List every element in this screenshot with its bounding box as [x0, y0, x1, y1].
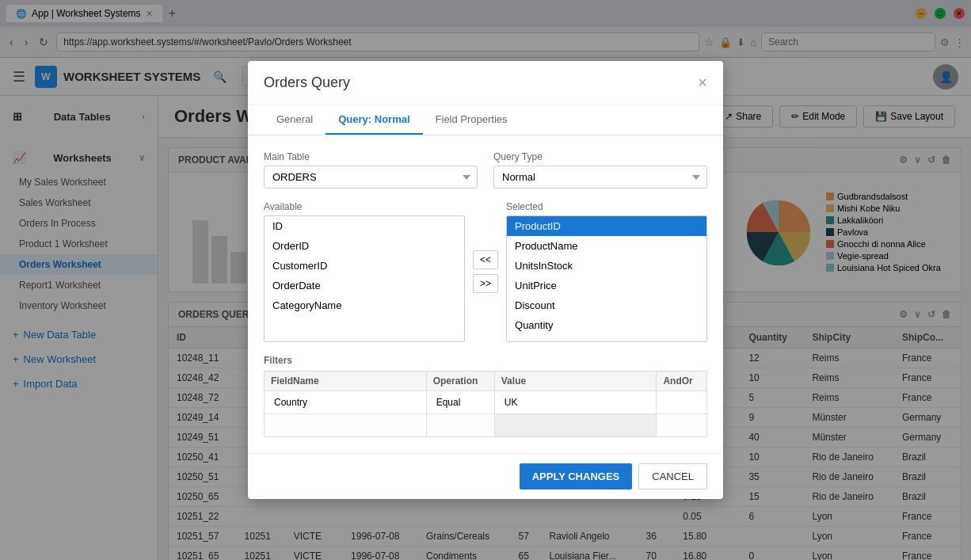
filter-fieldname-input[interactable] — [269, 394, 421, 410]
filters-label: Filters — [264, 355, 707, 366]
selected-field-item[interactable]: Quantity — [507, 315, 706, 335]
main-table-group: Main Table ORDERS — [264, 151, 478, 189]
apply-changes-button[interactable]: APPLY CHANGES — [520, 463, 633, 490]
cancel-button[interactable]: CANCEL — [638, 463, 707, 490]
query-type-select[interactable]: Normal — [493, 166, 707, 189]
filter-col-andor: AndOr — [657, 371, 707, 391]
main-table-select[interactable]: ORDERS — [264, 166, 478, 189]
selected-field-item[interactable]: Discount — [507, 295, 706, 315]
available-columns-box: Available IDOrderIDCustomerIDOrderDateCa… — [264, 201, 465, 342]
filter-col-operation: Operation — [426, 371, 494, 391]
modal-body: Main Table ORDERS Query Type Normal Avai… — [248, 135, 723, 453]
selected-field-item[interactable]: ProductID — [507, 216, 706, 236]
selected-field-item[interactable]: UnitsInStock — [507, 256, 706, 276]
available-field-item[interactable]: ID — [265, 216, 464, 236]
filter-operation-select[interactable]: Equal — [432, 394, 489, 410]
modal-title: Orders Query — [264, 74, 350, 91]
form-row-main: Main Table ORDERS Query Type Normal — [264, 151, 707, 189]
transfer-right-button[interactable]: >> — [473, 274, 498, 293]
filter-row-empty — [265, 414, 707, 437]
main-table-label: Main Table — [264, 151, 478, 162]
filters-section: Filters FieldName Operation Value AndOr — [264, 355, 707, 437]
filter-operation-empty — [426, 414, 494, 437]
filter-fieldname-empty — [265, 414, 427, 437]
transfer-buttons: << >> — [473, 201, 498, 342]
modal-overlay: Orders Query × General Query: Normal Fie… — [0, 0, 971, 560]
tab-field-properties[interactable]: Field Properties — [423, 105, 520, 135]
available-field-item[interactable]: OrderDate — [265, 276, 464, 295]
modal-header: Orders Query × — [248, 61, 723, 105]
selected-field-item[interactable]: UnitPrice — [507, 276, 706, 295]
selected-columns-box: Selected ProductIDProductNameUnitsInStoc… — [506, 201, 707, 342]
filter-andor-select[interactable] — [661, 394, 702, 410]
modal-footer: APPLY CHANGES CANCEL — [248, 453, 723, 499]
filter-col-fieldname: FieldName — [265, 371, 427, 391]
filter-andor-cell — [657, 391, 707, 414]
filter-andor-empty-select[interactable] — [661, 417, 702, 433]
filter-row: Equal — [265, 391, 707, 414]
filter-value-input[interactable] — [500, 394, 652, 410]
filter-value-empty — [494, 414, 657, 437]
filter-operation-cell: Equal — [426, 391, 494, 414]
filter-col-value: Value — [494, 371, 657, 391]
filter-fieldname-cell — [265, 391, 427, 414]
selected-field-item[interactable]: ProductName — [507, 236, 706, 256]
tab-general[interactable]: General — [264, 105, 326, 135]
filter-operation-empty-select[interactable] — [432, 417, 489, 433]
query-type-label: Query Type — [493, 151, 707, 162]
filter-value-cell — [494, 391, 657, 414]
selected-field-item[interactable]: ShipCity — [507, 335, 706, 342]
available-columns-list[interactable]: IDOrderIDCustomerIDOrderDateCategoryName — [264, 215, 465, 342]
available-field-item[interactable]: CustomerID — [265, 256, 464, 276]
modal-close-button[interactable]: × — [698, 74, 707, 92]
transfer-left-button[interactable]: << — [473, 250, 498, 269]
modal-tabs: General Query: Normal Field Properties — [248, 105, 723, 135]
available-label: Available — [264, 201, 465, 212]
filter-fieldname-empty-input[interactable] — [269, 417, 421, 433]
filters-table: FieldName Operation Value AndOr Equal — [264, 371, 707, 437]
columns-area: Available IDOrderIDCustomerIDOrderDateCa… — [264, 201, 707, 342]
query-type-group: Query Type Normal — [493, 151, 707, 189]
available-field-item[interactable]: CategoryName — [265, 295, 464, 315]
tab-query-normal[interactable]: Query: Normal — [326, 105, 422, 135]
selected-columns-list[interactable]: ProductIDProductNameUnitsInStockUnitPric… — [506, 215, 707, 342]
available-field-item[interactable]: OrderID — [265, 236, 464, 256]
filter-andor-empty — [657, 414, 707, 437]
selected-label: Selected — [506, 201, 707, 212]
orders-query-modal: Orders Query × General Query: Normal Fie… — [248, 61, 723, 499]
